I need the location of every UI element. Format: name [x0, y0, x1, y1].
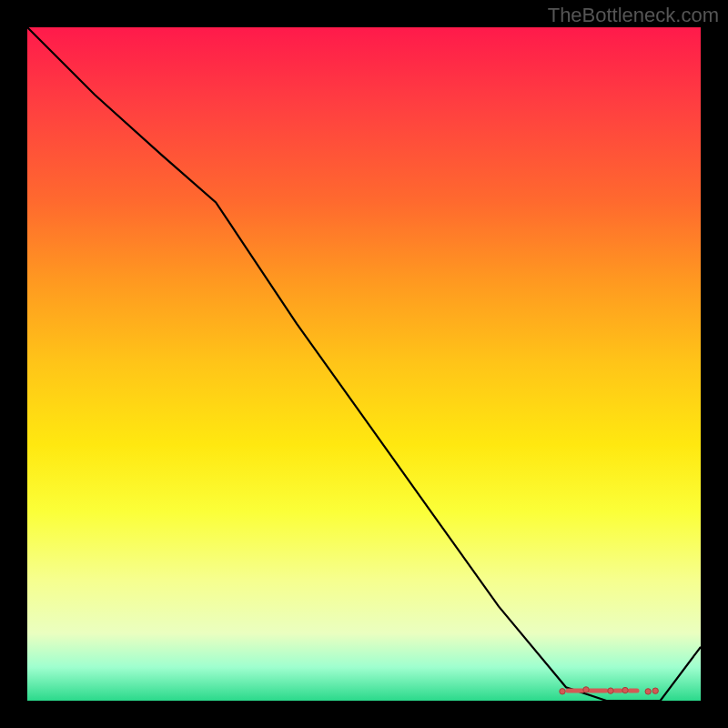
marker-dot	[608, 688, 613, 693]
marker-dot	[622, 687, 628, 693]
marker-dot	[560, 689, 565, 694]
chart-frame: TheBottleneck.com	[0, 0, 728, 728]
main-curve	[27, 27, 701, 701]
watermark-text: TheBottleneck.com	[548, 4, 719, 27]
chart-svg	[27, 27, 701, 701]
marker-dot	[583, 687, 589, 693]
marker-dot	[652, 688, 658, 693]
highlight-markers	[560, 687, 659, 694]
marker-dot	[645, 689, 651, 694]
